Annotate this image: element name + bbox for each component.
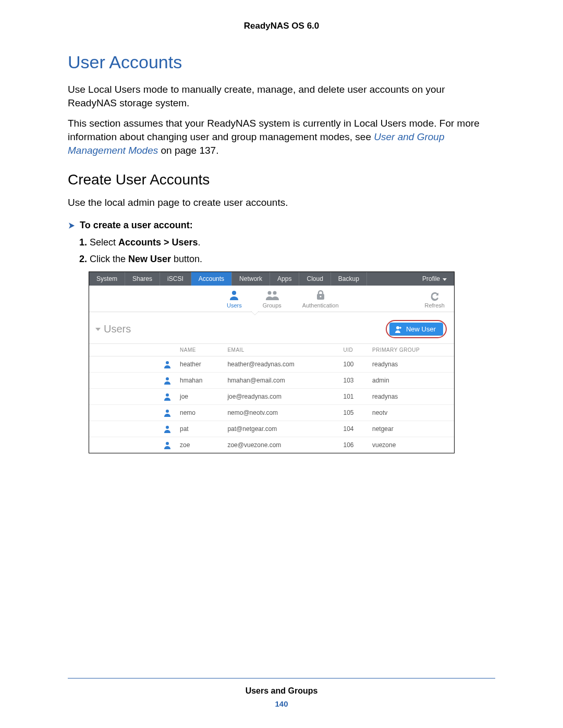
lock-icon [315, 290, 326, 300]
footer-rule [68, 678, 495, 678]
tab-apps[interactable]: Apps [270, 272, 299, 286]
cell-group: neotv [368, 405, 454, 421]
user-row-icon [163, 409, 172, 417]
user-row-icon [163, 425, 172, 433]
tab-accounts[interactable]: Accounts [191, 272, 232, 286]
cell-name: heather [176, 356, 223, 373]
subnav-users-label: Users [227, 302, 242, 309]
cell-email: joe@readynas.com [223, 389, 339, 405]
profile-menu[interactable]: Profile [415, 272, 454, 286]
svg-point-2 [273, 291, 276, 295]
svg-point-8 [166, 393, 169, 397]
user-row-icon [163, 376, 172, 385]
cell-name: zoe [176, 437, 223, 453]
svg-point-7 [166, 377, 169, 380]
cell-email: heather@readynas.com [223, 356, 339, 373]
cell-uid: 101 [339, 389, 368, 405]
svg-point-10 [166, 426, 169, 429]
table-row[interactable]: hmahanhmahan@email.com103admin [89, 373, 454, 389]
col-name[interactable]: NAME [176, 344, 223, 356]
subsection-intro: Use the local admin page to create user … [68, 196, 495, 209]
table-row[interactable]: heatherheather@readynas.com100readynas [89, 356, 454, 373]
svg-point-0 [232, 291, 236, 295]
subsection-title: Create User Accounts [68, 171, 495, 188]
cell-uid: 104 [339, 421, 368, 437]
collapse-toggle-icon[interactable] [95, 328, 101, 331]
intro-paragraph-2: This section assumes that your ReadyNAS … [68, 117, 495, 157]
tab-shares[interactable]: Shares [125, 272, 160, 286]
user-row-icon [163, 360, 172, 368]
intro-paragraph-1: Use Local Users mode to manually create,… [68, 83, 495, 109]
cell-group: vuezone [368, 437, 454, 453]
svg-point-6 [166, 361, 169, 364]
subnav-auth-label: Authentication [302, 302, 339, 309]
step-2b: New User [128, 254, 171, 264]
subnav-authentication[interactable]: Authentication [302, 290, 339, 309]
svg-point-5 [396, 326, 399, 329]
section-title: User Accounts [68, 52, 495, 72]
svg-point-11 [166, 442, 169, 445]
refresh-icon [429, 291, 440, 301]
tab-network[interactable]: Network [232, 272, 270, 286]
table-row[interactable]: nemonemo@neotv.com105neotv [89, 405, 454, 421]
table-row[interactable]: joejoe@readynas.com101readynas [89, 389, 454, 405]
user-row-icon [163, 441, 172, 449]
step-2c: button. [171, 254, 202, 264]
refresh-button[interactable]: Refresh [424, 291, 445, 309]
accounts-subnav: Users Groups Authentication [89, 286, 454, 312]
svg-point-9 [166, 410, 169, 413]
step-2a: Click the [90, 254, 128, 264]
user-row-icon [163, 392, 172, 401]
p2-part-b: on page 137. [158, 145, 218, 156]
tab-backup[interactable]: Backup [331, 272, 367, 286]
subnav-groups-label: Groups [263, 302, 282, 309]
cell-name: joe [176, 389, 223, 405]
table-row[interactable]: patpat@netgear.com104netgear [89, 421, 454, 437]
refresh-label: Refresh [424, 302, 445, 309]
active-subnav-notch [89, 312, 454, 317]
col-group[interactable]: PRIMARY GROUP [368, 344, 454, 356]
svg-point-1 [267, 291, 271, 295]
users-panel-header: Users New User [89, 317, 454, 343]
new-user-label: New User [406, 325, 436, 333]
panel-title: Users [104, 323, 131, 335]
procedure-steps: Select Accounts > Users. Click the New U… [68, 235, 495, 267]
tab-system[interactable]: System [89, 272, 125, 286]
step-1: Select Accounts > Users. [90, 235, 495, 250]
step-2: Click the New User button. [90, 252, 495, 267]
cell-group: admin [368, 373, 454, 389]
tab-iscsi[interactable]: iSCSI [160, 272, 191, 286]
subnav-groups[interactable]: Groups [263, 290, 282, 309]
subnav-users[interactable]: Users [227, 290, 242, 309]
cell-name: hmahan [176, 373, 223, 389]
step-1b: Accounts > Users [118, 237, 198, 248]
col-email[interactable]: EMAIL [223, 344, 339, 356]
cell-name: nemo [176, 405, 223, 421]
cell-email: nemo@neotv.com [223, 405, 339, 421]
tab-cloud[interactable]: Cloud [299, 272, 331, 286]
add-user-icon [395, 326, 402, 333]
footer-chapter: Users and Groups [0, 686, 563, 696]
new-user-button[interactable]: New User [389, 323, 443, 336]
step-1a: Select [90, 237, 118, 248]
group-icon [265, 290, 279, 300]
col-uid[interactable]: UID [339, 344, 368, 356]
cell-name: pat [176, 421, 223, 437]
user-icon [228, 290, 240, 300]
cell-email: zoe@vuezone.com [223, 437, 339, 453]
caret-down-icon [443, 278, 447, 281]
cell-group: readynas [368, 356, 454, 373]
cell-uid: 103 [339, 373, 368, 389]
footer-page-number: 140 [0, 699, 563, 708]
cell-group: readynas [368, 389, 454, 405]
step-1c: . [198, 237, 201, 248]
admin-screenshot: System Shares iSCSI Accounts Network App… [89, 272, 455, 453]
cell-email: pat@netgear.com [223, 421, 339, 437]
new-user-highlight: New User [386, 320, 447, 338]
cell-uid: 105 [339, 405, 368, 421]
table-row[interactable]: zoezoe@vuezone.com106vuezone [89, 437, 454, 453]
cell-uid: 100 [339, 356, 368, 373]
main-nav: System Shares iSCSI Accounts Network App… [89, 272, 454, 286]
cell-email: hmahan@email.com [223, 373, 339, 389]
cell-group: netgear [368, 421, 454, 437]
